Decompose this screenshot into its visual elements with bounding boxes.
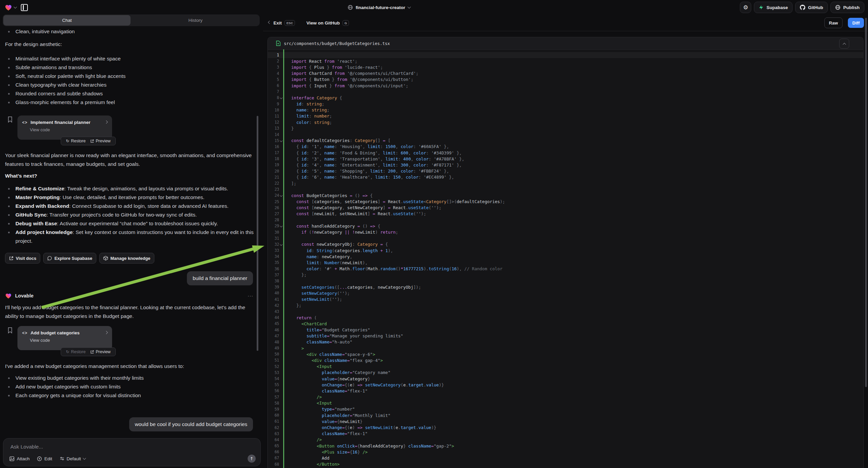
lovable-heart-icon bbox=[5, 293, 12, 299]
line-number: 52 bbox=[268, 364, 279, 369]
supabase-button[interactable]: Supabase bbox=[754, 2, 793, 13]
view-on-github-button[interactable]: View on GitHub G bbox=[306, 20, 349, 26]
target-icon bbox=[37, 456, 42, 461]
version-card-add-budget-categories[interactable]: <> Add budget categories View code bbox=[18, 326, 112, 350]
preview-label: Preview bbox=[96, 350, 111, 354]
code-text: <Plus size={16} /> bbox=[288, 449, 368, 455]
message-menu-button[interactable]: ··· bbox=[248, 293, 253, 298]
bullet-dot bbox=[8, 188, 10, 190]
assistant-paragraph: I'll help you add budget categories to t… bbox=[5, 303, 255, 321]
suggestion-chips: Visit docs Explore Supabase Manage knowl… bbox=[5, 253, 154, 264]
collapse-file-button[interactable] bbox=[839, 39, 849, 49]
chevron-right-icon bbox=[105, 120, 108, 123]
file-header-bar[interactable]: src/components/budget/BudgetCategories.t… bbox=[268, 37, 863, 50]
code-text: color: string; bbox=[288, 120, 332, 125]
settings-button[interactable]: ⚙ bbox=[740, 2, 751, 13]
bullet-dot bbox=[8, 214, 10, 216]
bullet-text: Subtle animations and transitions bbox=[16, 63, 92, 72]
code-text: const [categories, setCategories] = Reac… bbox=[288, 199, 505, 204]
code-line: 35 limit: Number(newLimit), bbox=[268, 260, 863, 266]
tab-history[interactable]: History bbox=[132, 15, 259, 26]
code-scrollbar[interactable] bbox=[865, 18, 867, 387]
publish-globe-icon bbox=[835, 5, 840, 10]
diff-button[interactable]: Diff bbox=[848, 18, 864, 28]
bullet-dot bbox=[8, 197, 10, 198]
whats-next-list: Refine & Customize: Tweak the design, an… bbox=[5, 184, 256, 245]
code-line: 11 limit: number; bbox=[268, 113, 863, 119]
version-card-title: Implement financial planner bbox=[31, 120, 102, 125]
tab-chat[interactable]: Chat bbox=[3, 15, 130, 26]
list-item: Add project knowledge: Set key context o… bbox=[5, 228, 256, 245]
assistant-paragraph: Your sleek financial planner is now read… bbox=[5, 151, 255, 169]
view-code-link[interactable]: View code bbox=[18, 335, 112, 343]
esc-key-badge: ESC bbox=[284, 20, 295, 26]
workspace-chevron-icon[interactable] bbox=[14, 5, 17, 9]
code-text: return ( bbox=[288, 315, 317, 320]
project-switcher[interactable]: financial-future-creator bbox=[348, 0, 410, 15]
code-text: import React from 'react'; bbox=[288, 59, 357, 64]
edit-button[interactable]: Edit bbox=[37, 456, 52, 461]
code-editor[interactable]: 12import React from 'react';3import { Pl… bbox=[268, 49, 863, 468]
send-button[interactable]: ↑ bbox=[248, 455, 256, 463]
manage-knowledge-button[interactable]: Manage knowledge bbox=[99, 253, 154, 264]
whats-next-heading: What's next? bbox=[5, 173, 37, 179]
code-text: className="flex-1" bbox=[288, 388, 368, 393]
line-number: 6 bbox=[268, 83, 279, 88]
chat-input[interactable]: Ask Lovable... bbox=[10, 444, 43, 450]
code-line: 50 <div className="space-y-6"> bbox=[268, 351, 863, 357]
model-selector[interactable]: Default bbox=[60, 456, 86, 461]
restore-icon: ↻ bbox=[66, 139, 69, 143]
attach-image-icon bbox=[9, 456, 14, 461]
line-number: 39 bbox=[268, 285, 279, 289]
preview-button[interactable]: Preview bbox=[90, 350, 111, 354]
raw-button[interactable]: Raw bbox=[825, 18, 843, 28]
exit-button[interactable]: Exit ESC bbox=[269, 20, 295, 26]
code-text: name: newCategory, bbox=[288, 254, 352, 259]
code-text: subtitle="Manage your spending limits" bbox=[288, 333, 403, 339]
code-line: 3import { Plus } from 'lucide-react'; bbox=[268, 64, 863, 70]
bullet-dot bbox=[8, 102, 10, 104]
bullet-text: Debug with Ease: Activate our experiment… bbox=[16, 219, 218, 228]
bullet-dot bbox=[8, 31, 10, 33]
toggle-sidebar-button[interactable] bbox=[19, 2, 30, 13]
view-code-link[interactable]: View code bbox=[18, 125, 112, 132]
line-number: 17 bbox=[268, 150, 279, 155]
chip-label: Visit docs bbox=[16, 256, 36, 261]
bullet-dot bbox=[8, 67, 10, 68]
external-link-icon bbox=[90, 139, 94, 143]
lovable-logo-icon[interactable] bbox=[5, 4, 12, 11]
assistant-header: Lovable ··· bbox=[5, 293, 253, 299]
version-card-implement-financial-planner[interactable]: <> Implement financial planner View code bbox=[18, 116, 112, 140]
line-number: 56 bbox=[268, 388, 279, 393]
github-button[interactable]: GitHub bbox=[795, 2, 828, 13]
line-number: 35 bbox=[268, 260, 279, 265]
restore-button[interactable]: ↻ Restore bbox=[66, 139, 86, 143]
visit-docs-button[interactable]: Visit docs bbox=[5, 253, 40, 264]
code-text: { id: '2', name: 'Food & Dining', limit:… bbox=[288, 150, 462, 155]
bullet-dot bbox=[8, 76, 10, 77]
bookmark-icon[interactable] bbox=[7, 327, 13, 334]
list-item: Expand with Backend: Connect Supabase to… bbox=[5, 202, 256, 210]
restore-button-disabled[interactable]: ↻ Restore bbox=[66, 350, 86, 354]
bullet-text: Master Prompting: Use clear, detailed, a… bbox=[16, 193, 204, 202]
line-number: 59 bbox=[268, 407, 279, 412]
project-name: financial-future-creator bbox=[355, 5, 405, 10]
code-line: 5import { Button } from '@/components/ui… bbox=[268, 77, 863, 83]
preview-button[interactable]: Preview bbox=[90, 139, 111, 143]
explore-supabase-button[interactable]: Explore Supabase bbox=[43, 253, 96, 264]
publish-button[interactable]: Publish bbox=[830, 2, 864, 13]
code-text: { id: '4', name: 'Entertainment', limit:… bbox=[288, 163, 462, 168]
chat-scrollbar[interactable] bbox=[257, 116, 258, 351]
code-line: 57 /> bbox=[268, 394, 863, 400]
design-intro-text: For the design aesthetic: bbox=[5, 40, 255, 49]
attach-button[interactable]: Attach bbox=[9, 456, 30, 461]
code-line: 40 setNewCategory(''); bbox=[268, 290, 863, 296]
bookmark-icon[interactable] bbox=[7, 116, 13, 123]
exit-label: Exit bbox=[274, 21, 282, 26]
line-number: 36 bbox=[268, 267, 279, 271]
line-number: 3 bbox=[268, 65, 279, 69]
bullet-dot bbox=[8, 223, 10, 225]
code-line: 63 className="flex-1" bbox=[268, 431, 863, 437]
code-text: { id: '5', name: 'Shopping', limit: 200,… bbox=[288, 169, 449, 174]
line-number: 28 bbox=[268, 217, 279, 222]
